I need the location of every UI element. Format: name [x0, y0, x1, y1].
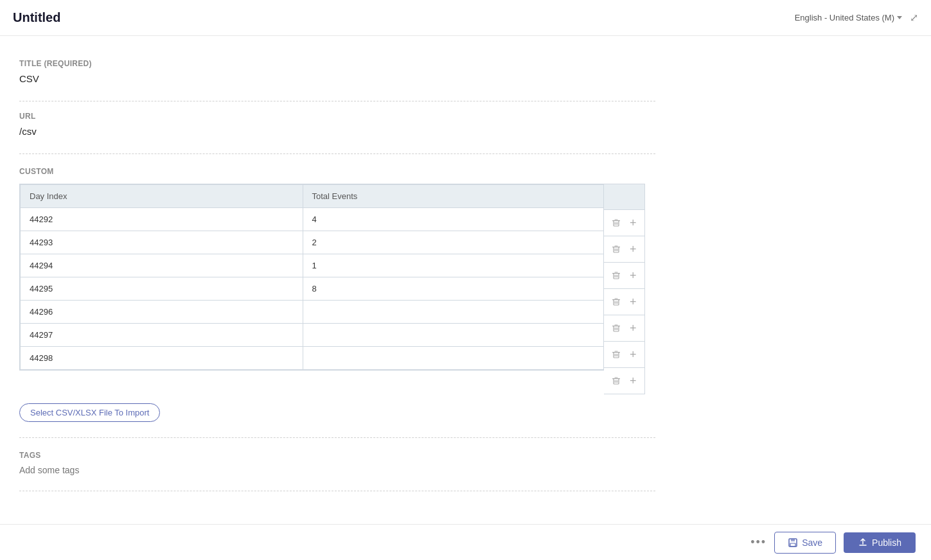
- url-label: URL: [19, 112, 655, 121]
- tags-section: Tags: [19, 438, 655, 491]
- save-button[interactable]: Save: [774, 532, 836, 554]
- add-row-button[interactable]: +: [627, 320, 639, 337]
- publish-label: Publish: [872, 538, 901, 548]
- save-label: Save: [802, 538, 822, 548]
- publish-button[interactable]: Publish: [844, 532, 916, 553]
- add-row-button[interactable]: +: [627, 215, 639, 231]
- action-row: +: [604, 289, 645, 315]
- cell-day-index[interactable]: 44296: [21, 301, 303, 324]
- cell-total-events[interactable]: 4: [303, 208, 604, 231]
- cell-total-events[interactable]: [303, 347, 604, 370]
- action-row: +: [604, 236, 645, 263]
- cell-day-index[interactable]: 44295: [21, 277, 303, 301]
- trash-icon: [612, 218, 621, 227]
- action-row: +: [604, 315, 645, 342]
- chevron-down-icon: [897, 16, 902, 19]
- add-row-button[interactable]: +: [627, 241, 639, 258]
- delete-row-button[interactable]: [609, 296, 623, 308]
- cell-day-index[interactable]: 44293: [21, 231, 303, 254]
- delete-row-button[interactable]: [609, 270, 623, 281]
- table-row: 44298: [21, 347, 605, 370]
- trash-icon: [612, 324, 621, 333]
- actions-header-spacer: [604, 184, 645, 210]
- col-header-total-events: Total Events: [303, 185, 604, 208]
- save-icon: [788, 538, 798, 548]
- action-row: +: [604, 342, 645, 368]
- table-row: 44296: [21, 301, 605, 324]
- trash-icon: [612, 376, 621, 385]
- tags-label: Tags: [19, 451, 655, 460]
- actions-column: + +: [604, 184, 645, 394]
- cell-day-index[interactable]: 44297: [21, 324, 303, 347]
- cell-total-events[interactable]: 2: [303, 231, 604, 254]
- header: Untitled English - United States (M) ⤢: [0, 0, 931, 36]
- trash-icon: [612, 297, 621, 306]
- delete-row-button[interactable]: [609, 375, 623, 387]
- language-label: English - United States (M): [795, 13, 894, 22]
- custom-section: Custom Day Index Total Events 4429244429…: [19, 154, 655, 438]
- cell-total-events[interactable]: [303, 324, 604, 347]
- cell-day-index[interactable]: 44294: [21, 254, 303, 277]
- cell-day-index[interactable]: 44292: [21, 208, 303, 231]
- add-row-button[interactable]: +: [627, 347, 639, 363]
- url-section: URL /csv: [19, 101, 655, 154]
- data-table: Day Index Total Events 44292444293244294…: [20, 184, 604, 370]
- delete-row-button[interactable]: [609, 322, 623, 334]
- title-label: Title (Required): [19, 59, 655, 68]
- cell-total-events[interactable]: 1: [303, 254, 604, 277]
- trash-icon: [612, 245, 621, 254]
- header-right: English - United States (M) ⤢: [795, 12, 918, 24]
- footer: ••• Save Publish: [0, 524, 931, 560]
- add-row-button[interactable]: +: [627, 373, 639, 389]
- col-header-day-index: Day Index: [21, 185, 303, 208]
- table-scroll[interactable]: Day Index Total Events 44292444293244294…: [19, 184, 604, 371]
- delete-row-button[interactable]: [609, 349, 623, 360]
- custom-label: Custom: [19, 167, 655, 176]
- page-title: Untitled: [13, 10, 60, 25]
- table-container: Day Index Total Events 44292444293244294…: [19, 184, 655, 394]
- cell-day-index[interactable]: 44298: [21, 347, 303, 370]
- main-content: Title (Required) CSV URL /csv Custom Day…: [0, 36, 675, 504]
- language-selector[interactable]: English - United States (M): [795, 13, 902, 22]
- action-row: +: [604, 210, 645, 236]
- delete-row-button[interactable]: [609, 217, 623, 229]
- url-value[interactable]: /csv: [19, 125, 655, 138]
- delete-row-button[interactable]: [609, 243, 623, 255]
- cell-total-events[interactable]: [303, 301, 604, 324]
- table-row: 44297: [21, 324, 605, 347]
- table-row: 442958: [21, 277, 605, 301]
- import-csv-button[interactable]: Select CSV/XLSX File To Import: [19, 403, 160, 422]
- table-row: 442924: [21, 208, 605, 231]
- add-row-button[interactable]: +: [627, 268, 639, 284]
- table-row: 442932: [21, 231, 605, 254]
- trash-icon: [612, 350, 621, 359]
- title-value[interactable]: CSV: [19, 72, 655, 85]
- table-row: 442941: [21, 254, 605, 277]
- expand-icon[interactable]: ⤢: [910, 12, 918, 24]
- tags-input[interactable]: [19, 465, 655, 475]
- action-row: +: [604, 263, 645, 289]
- trash-icon: [612, 271, 621, 280]
- publish-icon: [858, 538, 868, 548]
- add-row-button[interactable]: +: [627, 294, 639, 310]
- more-options-button[interactable]: •••: [750, 536, 767, 549]
- cell-total-events[interactable]: 8: [303, 277, 604, 301]
- action-row: +: [604, 368, 645, 394]
- title-section: Title (Required) CSV: [19, 49, 655, 101]
- svg-rect-29: [791, 539, 795, 541]
